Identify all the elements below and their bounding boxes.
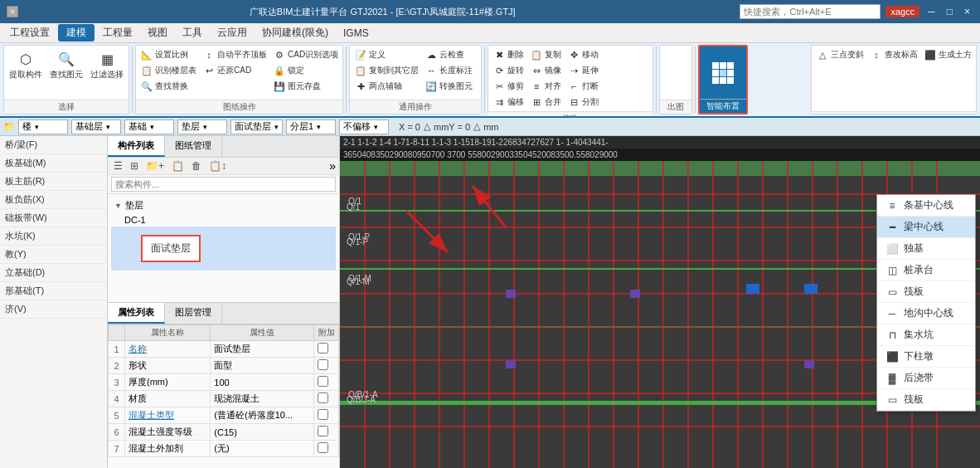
tree-node-test-layer[interactable]: 面试垫层 [111, 227, 336, 271]
ribbon-btn-two-point-axis[interactable]: ✚ 两点辅轴 [352, 79, 421, 94]
prop-cell-extra-1[interactable] [314, 358, 339, 374]
left-panel-item-3[interactable]: 板负筋(X) [0, 191, 107, 209]
menu-project-settings[interactable]: 工程设置 [3, 24, 56, 41]
ribbon-btn-extend[interactable]: ⇢ 延伸 [565, 63, 601, 78]
prop-cell-extra-5[interactable] [314, 424, 339, 441]
ribbon-btn-merge[interactable]: ⊞ 合并 [527, 95, 564, 110]
tree-node-dc1[interactable]: DC-1 [111, 213, 336, 227]
prop-cell-extra-3[interactable] [314, 391, 339, 407]
ribbon-btn-identify-floor[interactable]: 📋 识别楼层表 [138, 63, 199, 78]
ribbon-btn-find-drawing[interactable]: 🔍 查找图元 [46, 47, 86, 82]
floor-layer-dropdown[interactable]: 基础层 [71, 119, 121, 134]
ribbon-btn-trim[interactable]: ✂ 修剪 [490, 79, 526, 94]
cm-item-raft[interactable]: ▭ 筏板 [877, 281, 975, 303]
ribbon-btn-save-element[interactable]: 💾 图元存盘 [270, 79, 341, 94]
offset-dropdown[interactable]: 不偏移 [339, 119, 389, 134]
tool-new[interactable]: 📁+ [143, 159, 167, 173]
prop-cell-name-4[interactable]: 混凝土类型 [125, 407, 211, 424]
ribbon-btn-extract[interactable]: ⬡ 提取构件 [6, 47, 46, 82]
prop-checkbox-6[interactable] [318, 442, 328, 453]
left-panel-item-8[interactable]: 形基础(T) [0, 282, 107, 300]
prop-checkbox-1[interactable] [318, 359, 328, 370]
menu-view[interactable]: 视图 [141, 24, 174, 41]
prop-cell-extra-2[interactable] [314, 374, 339, 391]
menu-icon[interactable]: ≡ [7, 6, 18, 17]
cm-item-strip-center[interactable]: ≡ 条基中心线 [877, 195, 975, 217]
prop-checkbox-3[interactable] [318, 392, 328, 403]
ribbon-btn-rotate[interactable]: ⟳ 旋转 [490, 63, 526, 78]
left-panel-item-9[interactable]: 济(V) [0, 300, 107, 319]
left-panel-item-2[interactable]: 板主筋(R) [0, 173, 107, 191]
left-panel-item-4[interactable]: 础板带(W) [0, 209, 107, 227]
ribbon-btn-delete[interactable]: ✖ 删除 [490, 47, 526, 62]
component-type-dropdown[interactable]: 基础 [124, 119, 174, 134]
ribbon-btn-copy[interactable]: 📋 复制 [527, 47, 564, 62]
cm-item-isolated[interactable]: ⬜ 独基 [877, 238, 975, 260]
prop-checkbox-0[interactable] [318, 343, 328, 353]
menu-tools[interactable]: 工具 [176, 24, 209, 41]
cm-item-beam-center[interactable]: ━ 梁中心线 [877, 217, 975, 238]
menu-cloud[interactable]: 云应用 [211, 24, 254, 41]
left-panel-item-1[interactable]: 板基础(M) [0, 154, 107, 173]
left-panel-item-5[interactable]: 水坑(K) [0, 227, 107, 246]
ribbon-btn-define[interactable]: 📝 定义 [352, 47, 421, 62]
tool-floor-copy[interactable]: 📋↕ [206, 159, 229, 173]
tab-layer-mgmt[interactable]: 图层管理 [165, 303, 222, 324]
left-panel-item-0[interactable]: 桥/梁(F) [0, 136, 107, 154]
prop-cell-extra-6[interactable] [314, 441, 339, 457]
menu-collab[interactable]: 协同建模(限免) [255, 24, 335, 41]
ribbon-btn-three-slope[interactable]: △ 三点变斜 [813, 47, 866, 62]
ribbon-btn-auto-align[interactable]: ↕ 自动平齐顶板 [200, 47, 269, 62]
layer-dropdown[interactable]: 分层1 [286, 119, 336, 134]
ribbon-btn-find-replace[interactable]: 🔍 查找替换 [138, 79, 199, 94]
tab-component-list[interactable]: 构件列表 [108, 136, 165, 157]
cm-item-trench[interactable]: ─ 地沟中心线 [877, 303, 975, 324]
ribbon-btn-cad-options[interactable]: ⚙ CAD识别选项 [270, 47, 341, 62]
ribbon-btn-copy-to-floor[interactable]: 📋 复制到其它层 [352, 63, 421, 78]
ribbon-btn-restore-cad[interactable]: ↩ 还原CAD [200, 63, 269, 78]
tab-drawing-mgmt[interactable]: 图纸管理 [165, 136, 222, 157]
prop-checkbox-4[interactable] [318, 409, 328, 420]
prop-cell-extra-0[interactable] [314, 341, 339, 358]
ribbon-btn-align[interactable]: ≡ 对齐 [527, 79, 564, 94]
close-btn[interactable]: × [961, 6, 973, 17]
menu-quantity[interactable]: 工程量 [96, 24, 139, 41]
ribbon-btn-set-scale[interactable]: 📐 设置比例 [138, 47, 199, 62]
sub-type-dropdown[interactable]: 垫层 [177, 119, 227, 134]
ribbon-btn-gen-earthwork[interactable]: ⬛ 生成土方 [921, 47, 974, 62]
ribbon-btn-convert[interactable]: 🔄 转换图元 [422, 79, 475, 94]
minimize-btn[interactable]: ─ [924, 6, 939, 17]
ribbon-btn-change-elev[interactable]: ↕ 查改标高 [867, 47, 920, 62]
left-panel-item-7[interactable]: 立基础(D) [0, 264, 107, 282]
prop-cell-extra-4[interactable] [314, 407, 339, 424]
tool-list-view[interactable]: ☰ [111, 159, 125, 173]
menu-build[interactable]: 建模 [58, 24, 95, 41]
canvas-viewport[interactable]: Q/1 Q/1-P Q/1-M Q/B/1-A Q/1 Q/1-P Q/1-M … [340, 161, 980, 468]
prop-cell-name-0[interactable]: 名称 [125, 341, 211, 358]
ribbon-btn-mirror[interactable]: ⇔ 镜像 [527, 63, 564, 78]
tab-properties[interactable]: 属性列表 [108, 303, 165, 324]
ribbon-btn-split[interactable]: ⊟ 分割 [565, 95, 601, 110]
cm-item-post-pour[interactable]: ▓ 后浇带 [877, 368, 975, 389]
tool-grid-view[interactable]: ⊞ [128, 159, 141, 173]
left-panel-item-6[interactable]: 教(Y) [0, 246, 107, 264]
ribbon-btn-move[interactable]: ✥ 移动 [565, 47, 601, 62]
prop-checkbox-2[interactable] [318, 376, 328, 387]
ribbon-btn-lock[interactable]: 🔒 锁定 [270, 63, 341, 78]
menu-igms[interactable]: IGMS [337, 26, 376, 41]
ribbon-btn-cloud-check[interactable]: ☁ 云检查 [422, 47, 475, 62]
ribbon-group-smart[interactable]: 智能布置 [698, 45, 748, 115]
prop-checkbox-5[interactable] [318, 426, 328, 436]
cm-item-col-pedestal[interactable]: ⬛ 下柱墩 [877, 346, 975, 368]
maximize-btn[interactable]: □ [944, 6, 956, 17]
tool-delete[interactable]: 🗑 [189, 159, 204, 173]
floor-type-dropdown[interactable]: 楼 [18, 119, 68, 134]
cm-item-sump[interactable]: ⊓ 集水坑 [877, 324, 975, 346]
quick-search-input[interactable] [744, 7, 876, 17]
quick-search-box[interactable] [740, 4, 881, 19]
instance-dropdown[interactable]: 面试垫层 [230, 119, 283, 134]
tree-node-layer[interactable]: ▼ 垫层 [111, 197, 336, 213]
cm-item-raft2[interactable]: ▭ 筏板 [877, 389, 975, 411]
ribbon-btn-filter[interactable]: ▦ 过滤选择 [87, 47, 127, 82]
component-search-input[interactable] [111, 177, 336, 192]
